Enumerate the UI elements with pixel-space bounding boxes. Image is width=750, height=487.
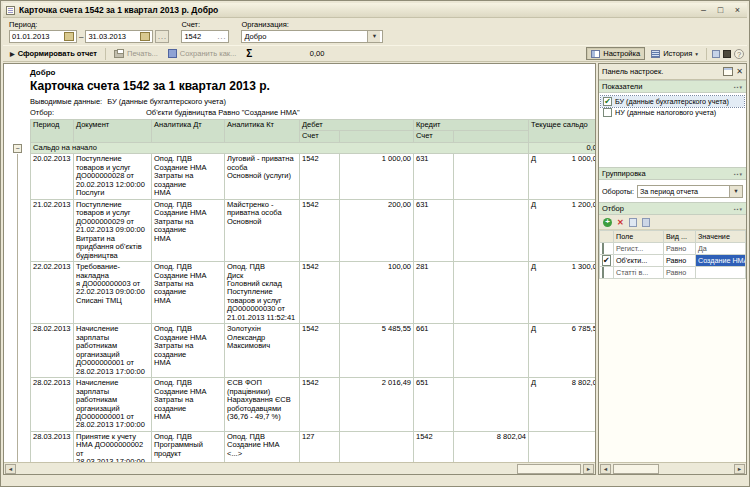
table-row[interactable]: 20.02.2013 Поступление товаров и услуг Д… <box>31 154 596 199</box>
cell-debit-sum[interactable]: 1 000,00 <box>340 154 414 199</box>
kind-cell[interactable]: Равно <box>664 255 696 267</box>
value-cell[interactable]: Да <box>696 243 746 255</box>
kind-cell[interactable]: Равно <box>664 243 696 255</box>
col-credit-account[interactable]: Счет <box>414 131 454 142</box>
maximize-button[interactable]: □ <box>714 5 727 16</box>
cell-balance[interactable]: Д8 802,04 <box>529 378 596 432</box>
cell-debit-sum[interactable]: 2 016,49 <box>340 378 414 432</box>
table-row[interactable]: 28.02.2013 Начисление зарплаты работника… <box>31 378 596 432</box>
account-input[interactable]: 1542 ... <box>181 30 229 43</box>
col-balance[interactable]: Текущее сальдо <box>529 120 596 143</box>
table-row[interactable]: 22.02.2013 Требование-накладна я ДО00000… <box>31 262 596 324</box>
scroll-thumb[interactable] <box>613 464 659 474</box>
turnovers-select[interactable]: За период отчета ▼ <box>637 185 743 198</box>
cell-credit-sum[interactable] <box>454 199 529 261</box>
col-value[interactable]: Значение <box>696 231 746 243</box>
group-collapse-icon[interactable]: − <box>13 144 22 153</box>
scroll-left-icon[interactable]: ◄ <box>5 464 16 474</box>
save-as-button[interactable]: Сохранить как... <box>164 48 241 59</box>
cell-credit-sum[interactable]: 8 802,04 <box>454 431 529 462</box>
cell-debit-account[interactable]: 1542 <box>300 378 340 432</box>
cell-analytics-kt[interactable]: Майстренко - приватна особа Основной <box>225 199 300 261</box>
cell-analytics-dt[interactable]: Опод. ПДВ Создание НМА Затраты на создан… <box>152 262 225 324</box>
calendar-icon[interactable] <box>64 32 74 41</box>
scroll-left-icon[interactable]: ◄ <box>600 464 611 474</box>
col-analytics-kt[interactable]: Аналитика Кт <box>225 120 300 143</box>
cell-balance[interactable] <box>529 431 596 462</box>
col-debit-sum[interactable] <box>340 131 414 142</box>
cell-credit-sum[interactable] <box>454 262 529 324</box>
section-collapse-icons[interactable]: ▪▪▾ <box>734 171 743 177</box>
cell-credit-account[interactable]: 661 <box>414 324 454 378</box>
field-cell[interactable]: Регист... <box>614 243 664 255</box>
history-button[interactable]: История ▾ <box>648 48 701 59</box>
minimize-button[interactable]: – <box>697 5 710 16</box>
save-settings-icon[interactable] <box>723 50 731 58</box>
cell-credit-account[interactable]: 651 <box>414 378 454 432</box>
col-credit-sum[interactable] <box>454 131 529 142</box>
value-cell[interactable]: Создание НМА <box>696 255 746 267</box>
checkbox-icon[interactable] <box>602 267 604 278</box>
cell-document[interactable]: Поступление товаров и услуг ДО000000028 … <box>74 154 152 199</box>
cell-analytics-dt[interactable]: Опод. ПДВ Создание НМА Затраты на создан… <box>152 324 225 378</box>
cell-credit-account[interactable]: 631 <box>414 199 454 261</box>
scroll-right-icon[interactable]: ► <box>734 464 745 474</box>
cell-debit-sum[interactable]: 5 485,55 <box>340 324 414 378</box>
cell-credit-account[interactable]: 1542 <box>414 431 454 462</box>
cell-analytics-kt[interactable]: Опод. ПДВ Диск Головний склад Поступлени… <box>225 262 300 324</box>
cell-debit-account[interactable]: 1542 <box>300 324 340 378</box>
clear-icon[interactable] <box>642 218 650 227</box>
cell-document[interactable]: Начисление зарплаты работникам организац… <box>74 324 152 378</box>
cell-debit-account[interactable]: 1542 <box>300 154 340 199</box>
col-period[interactable]: Период <box>31 120 74 143</box>
checkbox-checked-icon[interactable]: ✔ <box>602 255 611 266</box>
print-button[interactable]: Печать... <box>110 48 162 59</box>
selection-row[interactable]: Регист... Равно Да <box>600 243 746 255</box>
col-debit-account[interactable]: Счет <box>300 131 340 142</box>
cell-balance[interactable]: Д1 000,00 <box>529 154 596 199</box>
selection-row[interactable]: Статті в... Равно <box>600 267 746 279</box>
cell-period[interactable]: 21.02.2013 <box>31 199 74 261</box>
cell-period[interactable]: 22.02.2013 <box>31 262 74 324</box>
chevron-down-icon[interactable]: ▼ <box>367 31 380 42</box>
scroll-right-icon[interactable]: ► <box>583 464 594 474</box>
cell-credit-account[interactable]: 281 <box>414 262 454 324</box>
section-collapse-icons[interactable]: ▪▪▾ <box>734 206 743 212</box>
cell-credit-account[interactable]: 631 <box>414 154 454 199</box>
cell-balance[interactable]: Д1 200,00 <box>529 199 596 261</box>
col-kind[interactable]: Вид ... <box>664 231 696 243</box>
cell-analytics-kt[interactable]: Золотухін Олександр Максимович <box>225 324 300 378</box>
table-row[interactable]: 28.02.2013 Начисление зарплаты работника… <box>31 324 596 378</box>
chevron-down-icon[interactable]: ▼ <box>729 186 742 197</box>
value-cell[interactable] <box>696 267 746 279</box>
cell-analytics-kt[interactable]: Луговий - приватна особа Основной (услуг… <box>225 154 300 199</box>
close-button[interactable]: × <box>731 5 744 16</box>
scroll-track[interactable] <box>16 464 583 474</box>
col-field[interactable]: Поле <box>614 231 664 243</box>
cell-analytics-dt[interactable]: Опод. ПДВ Создание НМА Затраты на создан… <box>152 378 225 432</box>
col-credit[interactable]: Кредит <box>414 120 529 131</box>
table-row[interactable]: 28.03.2013 Принятие к учету НМА ДО000000… <box>31 431 596 462</box>
add-icon[interactable]: + <box>603 218 612 227</box>
help-icon[interactable]: ? <box>734 49 744 59</box>
panel-close-icon[interactable]: ✕ <box>736 67 743 76</box>
section-collapse-icons[interactable]: ▪▪▾ <box>734 84 743 90</box>
field-cell[interactable]: Статті в... <box>614 267 664 279</box>
cell-document[interactable]: Начисление зарплаты работникам организац… <box>74 378 152 432</box>
cell-debit-account[interactable]: 1542 <box>300 199 340 261</box>
cell-debit-account[interactable]: 127 <box>300 431 340 462</box>
section-indicators[interactable]: Показатели ▪▪▾ <box>599 80 746 93</box>
cell-debit-sum[interactable]: 200,00 <box>340 199 414 261</box>
settings-toggle-button[interactable]: Настройка <box>586 47 645 60</box>
period-to-input[interactable]: 31.03.2013 <box>85 30 153 43</box>
cell-debit-account[interactable]: 1542 <box>300 262 340 324</box>
cell-period[interactable]: 28.03.2013 <box>31 431 74 462</box>
scroll-thumb[interactable] <box>517 464 581 474</box>
kind-cell[interactable]: Равно <box>664 267 696 279</box>
selection-row[interactable]: ✔ Об'єкти... Равно Создание НМА <box>600 255 746 267</box>
cell-analytics-dt[interactable]: Опод. ПДВ Создание НМА Затраты на создан… <box>152 199 225 261</box>
cell-document[interactable]: Принятие к учету НМА ДО000000002 от 28.0… <box>74 431 152 462</box>
cell-document[interactable]: Требование-накладна я ДО000000003 от 22.… <box>74 262 152 324</box>
opening-balance-label[interactable]: Сальдо на начало <box>31 142 529 153</box>
list-item-nu[interactable]: НУ (данные налогового учета) <box>601 107 744 118</box>
